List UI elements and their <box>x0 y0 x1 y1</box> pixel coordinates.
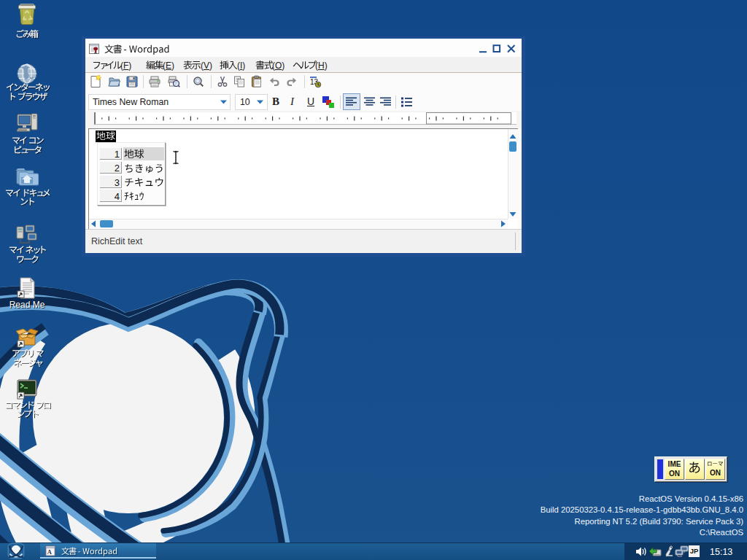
svg-text:A: A <box>47 548 53 556</box>
